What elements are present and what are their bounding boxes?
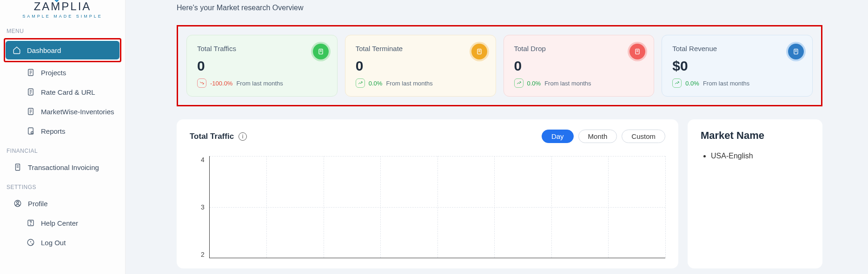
chart-y-axis: 4 3 2	[190, 156, 209, 258]
trend-down-icon	[197, 78, 206, 88]
stat-card-drop: Total Drop 0 0.0% From last months	[504, 35, 655, 97]
sidebar-label-ratecard: Rate Card & URL	[41, 88, 95, 96]
sidebar-item-projects[interactable]: Projects	[4, 63, 121, 82]
market-list: USA-English	[701, 152, 809, 160]
document-icon	[26, 107, 35, 116]
chart-plot	[209, 156, 665, 258]
sidebar: ZAMPLIA SAMPLE MADE SIMPLE MENU Dashboar…	[0, 0, 126, 274]
brand-tagline: SAMPLE MADE SIMPLE	[18, 14, 107, 19]
market-list-item: USA-English	[711, 152, 809, 160]
sidebar-item-help[interactable]: Help Center	[4, 214, 121, 232]
y-tick: 4	[201, 156, 205, 163]
svg-point-19	[17, 202, 19, 204]
market-panel-title: Market Name	[701, 130, 809, 142]
sidebar-label-reports: Reports	[41, 127, 66, 135]
stats-row: Total Traffics 0 -100.0% From last month…	[177, 25, 822, 106]
panel-market-name: Market Name USA-English	[688, 119, 822, 268]
trend-up-icon	[356, 78, 365, 88]
sidebar-item-dashboard[interactable]: Dashboard	[6, 41, 119, 59]
sidebar-label-help: Help Center	[41, 219, 78, 227]
sidebar-label-dashboard: Dashboard	[27, 46, 61, 54]
stat-badge-icon	[471, 44, 487, 59]
sidebar-label-logout: Log Out	[41, 239, 66, 247]
stat-title: Total Drop	[514, 45, 644, 52]
stat-title: Total Revenue	[672, 45, 802, 52]
stat-value: 0	[356, 58, 485, 74]
invoice-icon	[13, 163, 22, 172]
home-icon	[12, 46, 21, 55]
stat-delta-pct: 0.0%	[369, 80, 383, 87]
sidebar-label-invoicing: Transactional Invoicing	[28, 163, 99, 171]
trend-up-icon	[514, 78, 523, 88]
panel-total-traffic: Total Traffic i Day Month Custom 4 3 2	[177, 119, 678, 268]
user-icon	[13, 199, 22, 208]
svg-point-21	[31, 224, 31, 225]
brand-logo: ZAMPLIA SAMPLE MADE SIMPLE	[4, 0, 121, 21]
section-settings-label: SETTINGS	[4, 177, 121, 193]
sidebar-item-invoicing[interactable]: Transactional Invoicing	[4, 158, 121, 176]
trend-up-icon	[672, 78, 682, 88]
sidebar-item-reports[interactable]: Reports	[4, 122, 121, 140]
stat-badge-icon	[313, 44, 329, 59]
svg-rect-12	[28, 128, 33, 134]
document-icon	[26, 87, 35, 97]
y-tick: 3	[201, 203, 205, 211]
stat-card-revenue: Total Revenue $0 0.0% From last months	[662, 35, 813, 97]
range-tab-custom[interactable]: Custom	[622, 130, 665, 143]
main-content: Here's your Market research Overview Tot…	[126, 0, 868, 274]
stat-delta-label: From last months	[386, 80, 432, 87]
sidebar-item-ratecard[interactable]: Rate Card & URL	[4, 83, 121, 101]
chart-area: 4 3 2	[190, 156, 665, 258]
section-financial-label: FINANCIAL	[4, 141, 121, 157]
report-icon	[26, 126, 35, 136]
sidebar-item-marketwise[interactable]: MarketWise-Inventories	[4, 102, 121, 121]
y-tick: 2	[201, 251, 205, 258]
brand-name: ZAMPLIA	[18, 0, 107, 13]
stat-delta-pct: -100.0%	[210, 80, 232, 87]
stat-delta-label: From last months	[544, 80, 591, 87]
page-subtitle: Here's your Market research Overview	[177, 4, 822, 12]
document-icon	[26, 68, 35, 77]
stat-delta-label: From last months	[236, 80, 283, 87]
stat-value: 0	[514, 58, 644, 74]
help-icon	[26, 218, 35, 228]
sidebar-label-projects: Projects	[41, 69, 66, 77]
sidebar-item-logout[interactable]: Log Out	[4, 233, 121, 252]
stat-badge-icon	[788, 44, 804, 59]
panel-title: Total Traffic	[190, 132, 234, 141]
stat-badge-icon	[629, 44, 645, 59]
range-tabs: Day Month Custom	[542, 130, 665, 143]
stat-value: 0	[197, 58, 327, 74]
info-icon[interactable]: i	[239, 132, 247, 141]
section-menu-label: MENU	[4, 21, 121, 37]
stat-title: Total Traffics	[197, 45, 327, 52]
sidebar-label-marketwise: MarketWise-Inventories	[41, 108, 114, 116]
stat-delta-pct: 0.0%	[685, 80, 699, 87]
range-tab-month[interactable]: Month	[578, 130, 617, 143]
sidebar-item-profile[interactable]: Profile	[4, 194, 121, 213]
stat-card-terminate: Total Terminate 0 0.0% From last months	[345, 35, 496, 97]
stat-delta-label: From last months	[703, 80, 749, 87]
stat-card-traffics: Total Traffics 0 -100.0% From last month…	[186, 35, 338, 97]
stat-value: $0	[672, 58, 802, 74]
sidebar-label-profile: Profile	[28, 200, 48, 208]
stat-title: Total Terminate	[356, 45, 485, 52]
stat-delta-pct: 0.0%	[527, 80, 541, 87]
logout-icon	[26, 238, 35, 247]
range-tab-day[interactable]: Day	[542, 130, 574, 143]
dashboard-highlight: Dashboard	[4, 38, 121, 62]
